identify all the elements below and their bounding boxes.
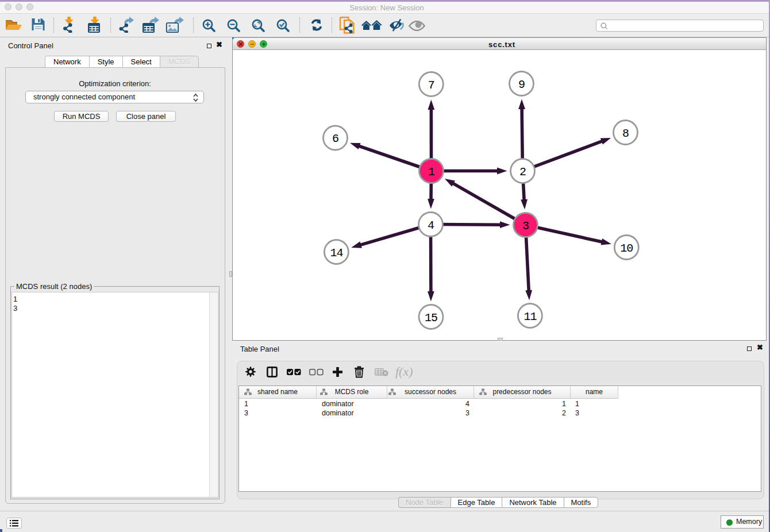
svg-text:14: 14	[330, 246, 342, 260]
svg-text:7: 7	[428, 79, 434, 92]
svg-text:10: 10	[620, 242, 633, 255]
svg-text:3: 3	[522, 219, 529, 233]
svg-text:4: 4	[428, 219, 434, 232]
svg-text:8: 8	[622, 127, 629, 140]
svg-text:9: 9	[518, 78, 525, 91]
svg-text:6: 6	[332, 132, 338, 145]
svg-text:1: 1	[428, 165, 435, 179]
svg-text:11: 11	[523, 310, 537, 323]
svg-text:2: 2	[519, 165, 526, 179]
svg-text:15: 15	[425, 311, 437, 325]
